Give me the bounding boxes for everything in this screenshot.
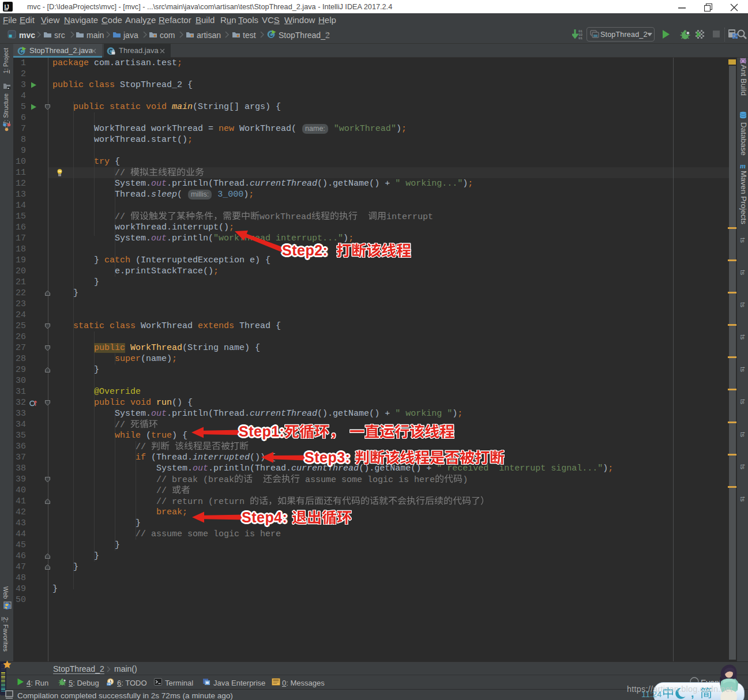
svg-text:01: 01: [578, 36, 582, 40]
svg-text:IJ: IJ: [5, 4, 9, 10]
svg-text:m: m: [740, 162, 746, 169]
